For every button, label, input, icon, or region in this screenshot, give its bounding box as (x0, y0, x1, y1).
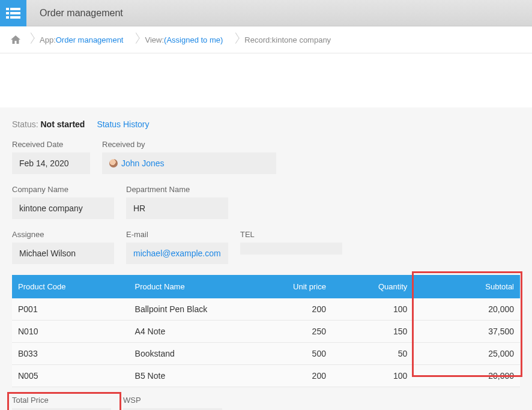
cell-unit-price: 200 (251, 298, 332, 321)
field-assignee: Assignee Michael Wilson (12, 230, 114, 264)
col-product-name: Product Name (129, 275, 251, 298)
field-received-by: Received by John Jones (102, 140, 276, 174)
received-by-name: John Jones (121, 158, 165, 168)
table-row: P001 Ballpoint Pen Black 200 100 20,000 (12, 298, 520, 321)
table-header-row: Product Code Product Name Unit price Qua… (12, 275, 520, 298)
received-date-value: Feb 14, 2020 (12, 152, 90, 174)
cell-code: P001 (12, 298, 129, 321)
col-quantity: Quantity (332, 275, 413, 298)
table-row: N005 B5 Note 200 100 20,000 (12, 365, 520, 387)
totals-row: Total Price 102,500 WSP 87,125 (12, 396, 520, 410)
table-row: N010 A4 Note 250 150 37,500 (12, 321, 520, 343)
cell-name: A4 Note (129, 321, 251, 343)
assignee-value: Michael Wilson (12, 243, 114, 264)
company-name-value: kintone company (12, 197, 114, 219)
breadcrumb-app-prefix: App: (40, 35, 56, 44)
received-date-label: Received Date (12, 140, 90, 149)
breadcrumb: App: Order management View: (Assigned to… (0, 26, 532, 53)
status-row: Status: Not started Status History (12, 119, 520, 140)
svg-rect-4 (6, 16, 9, 19)
breadcrumb-record-prefix: Record: (244, 35, 272, 44)
field-email: E-mail michael@example.com (126, 230, 228, 264)
cell-subtotal: 37,500 (413, 321, 520, 343)
record-content: Status: Not started Status History Recei… (0, 107, 532, 410)
cell-quantity: 150 (332, 321, 413, 343)
field-total-price: Total Price 102,500 (12, 396, 111, 410)
breadcrumb-app[interactable]: App: Order management (36, 32, 129, 47)
home-icon[interactable] (11, 35, 20, 44)
status-value: Not started (40, 119, 85, 129)
received-by-value[interactable]: John Jones (102, 152, 276, 174)
col-product-code: Product Code (12, 275, 129, 298)
cell-name: Ballpoint Pen Black (129, 298, 251, 321)
breadcrumb-app-link[interactable]: Order management (56, 35, 124, 44)
breadcrumb-record-name: kintone company (272, 35, 331, 44)
cell-name: Bookstand (129, 343, 251, 365)
svg-rect-1 (10, 8, 20, 10)
tel-value (240, 243, 342, 255)
cell-unit-price: 200 (251, 365, 332, 387)
cell-subtotal: 20,000 (413, 298, 520, 321)
avatar-icon (109, 159, 118, 167)
cell-quantity: 100 (332, 298, 413, 321)
breadcrumb-view-link[interactable]: (Assigned to me) (164, 35, 223, 44)
wsp-label: WSP (123, 396, 222, 405)
received-by-label: Received by (102, 140, 276, 149)
app-icon[interactable] (0, 0, 26, 26)
svg-rect-0 (6, 8, 9, 10)
table-row: B033 Bookstand 500 50 25,000 (12, 343, 520, 365)
department-name-value: HR (126, 197, 228, 219)
cell-quantity: 50 (332, 343, 413, 365)
cell-subtotal: 20,000 (413, 365, 520, 387)
chevron-right-icon (232, 32, 237, 47)
cell-name: B5 Note (129, 365, 251, 387)
cell-quantity: 100 (332, 365, 413, 387)
assignee-label: Assignee (12, 230, 114, 239)
app-header: Order management (0, 0, 532, 26)
svg-rect-5 (10, 16, 20, 19)
col-subtotal: Subtotal (413, 275, 520, 298)
breadcrumb-view-prefix: View: (145, 35, 164, 44)
cell-subtotal: 25,000 (413, 343, 520, 365)
cell-code: N010 (12, 321, 129, 343)
breadcrumb-record: Record: kintone company (241, 32, 337, 47)
cell-code: N005 (12, 365, 129, 387)
department-name-label: Department Name (126, 185, 228, 194)
products-table: Product Code Product Name Unit price Qua… (12, 275, 520, 387)
cell-code: B033 (12, 343, 129, 365)
field-company-name: Company Name kintone company (12, 185, 114, 219)
chevron-right-icon (28, 32, 32, 47)
chevron-right-icon (133, 32, 138, 47)
svg-rect-3 (10, 12, 20, 14)
total-price-label: Total Price (12, 396, 111, 405)
cell-unit-price: 250 (251, 321, 332, 343)
status-label: Status: (12, 119, 38, 129)
cell-unit-price: 500 (251, 343, 332, 365)
email-label: E-mail (126, 230, 228, 239)
field-received-date: Received Date Feb 14, 2020 (12, 140, 90, 174)
tel-label: TEL (240, 230, 342, 239)
toolbar-spacer (0, 53, 532, 107)
app-title: Order management (26, 8, 123, 19)
company-name-label: Company Name (12, 185, 114, 194)
status-history-link[interactable]: Status History (97, 119, 149, 129)
field-tel: TEL (240, 230, 342, 264)
col-unit-price: Unit price (251, 275, 332, 298)
email-value[interactable]: michael@example.com (126, 243, 228, 264)
breadcrumb-view[interactable]: View: (Assigned to me) (141, 32, 229, 47)
svg-rect-2 (6, 12, 9, 14)
field-department-name: Department Name HR (126, 185, 228, 219)
field-wsp: WSP 87,125 (123, 396, 222, 410)
products-table-wrap: Product Code Product Name Unit price Qua… (12, 275, 520, 387)
